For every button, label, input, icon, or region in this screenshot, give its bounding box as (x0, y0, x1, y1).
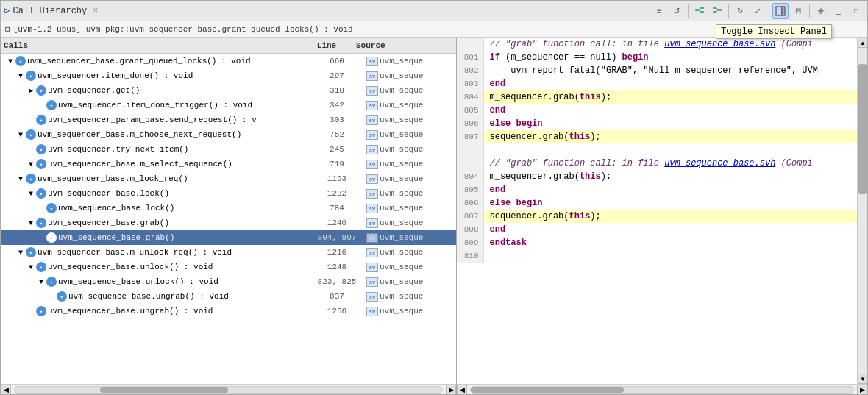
source-ref: sv uvm_seque (366, 71, 455, 81)
layout-button[interactable]: ⊟ (790, 3, 806, 19)
callers-button[interactable] (691, 3, 708, 19)
vscroll-bar[interactable]: ▲ ▼ (857, 38, 867, 384)
maximize-button[interactable]: □ (848, 3, 864, 19)
tooltip-popup: Toggle Inspect Panel (716, 24, 832, 39)
menu-button[interactable]: ≡ (651, 3, 667, 19)
line-num-cell: 801 (457, 51, 483, 64)
tree-row[interactable]: ✦ uvm_sequencer_param_base.send_request(… (1, 113, 456, 127)
expand-button[interactable]: ⤢ (750, 3, 766, 19)
tree-row[interactable]: ▼ ✦ uvm_sequencer_base.lock() 1232 sv uv… (1, 186, 456, 201)
tree-row[interactable]: ▼ ✦ uvm_sequencer_base.grant_queued_lock… (1, 54, 456, 68)
node-label: uvm_sequencer_base.grab() (48, 218, 307, 227)
line-number: 660 (307, 57, 366, 65)
line-num-cell: 803 (457, 77, 483, 90)
code-view[interactable]: // "grab" function call: in file uvm_seq… (457, 38, 857, 384)
source-file-icon: sv (366, 263, 378, 272)
collapse-toggle[interactable]: ▼ (26, 263, 36, 271)
tree-container[interactable]: ▼ ✦ uvm_sequencer_base.grant_queued_lock… (1, 54, 456, 384)
tree-row[interactable]: ▼ ✦ uvm_sequencer_base.m_unlock_req() : … (1, 245, 456, 260)
window-title-text: Call Hierarchy (13, 6, 87, 16)
refresh-button[interactable]: ↻ (732, 3, 748, 19)
inspect-panel-button[interactable] (772, 3, 789, 19)
collapse-toggle[interactable]: ▶ (26, 86, 36, 95)
tree-row[interactable]: ✦ uvm_sequence_base.lock() 784 sv uvm_se… (1, 201, 456, 216)
line-number: 719 (307, 160, 366, 168)
code-row: 808 end (457, 223, 857, 236)
scroll-down-button[interactable]: ▼ (858, 374, 867, 384)
back-button[interactable]: ↺ (669, 3, 685, 19)
tree-row[interactable]: ▼ ✦ uvm_sequencer.item_done() : void 297… (1, 68, 456, 83)
file-link-2[interactable]: uvm_sequence_base.svh (664, 158, 775, 168)
collapse-toggle[interactable]: ▼ (5, 57, 15, 65)
node-icon-selected: ✦ (46, 232, 57, 243)
line-number: 823, 825 (307, 277, 366, 286)
code-content-cell: end (483, 77, 857, 90)
scroll-right-button[interactable]: ▶ (446, 385, 456, 395)
vscroll-track[interactable] (858, 48, 867, 374)
scroll-left-button[interactable]: ◀ (1, 385, 11, 395)
code-hscroll-thumb[interactable] (471, 387, 624, 393)
node-label: uvm_sequencer.item_done_trigger() : void (58, 101, 307, 110)
minimize-button[interactable]: _ (830, 3, 847, 19)
code-content-cell: // "grab" function call: in file uvm_seq… (483, 38, 857, 51)
hscroll-track[interactable] (14, 386, 443, 394)
code-content-cell (483, 249, 857, 263)
source-file-icon: sv (366, 145, 378, 154)
collapse-toggle[interactable]: ▼ (26, 160, 36, 168)
line-num-cell: 809 (457, 236, 483, 249)
line-number: 1216 (307, 248, 366, 257)
code-scroll-right-button[interactable]: ▶ (857, 385, 867, 395)
tree-row[interactable]: ▼ ✦ uvm_sequencer_base.grab() 1240 sv uv… (1, 216, 456, 230)
source-ref: sv uvm_seque (366, 218, 455, 228)
pin-icon (817, 7, 825, 15)
tree-row[interactable]: ✦ uvm_sequencer_base.ungrab() : void 125… (1, 304, 456, 319)
no-toggle (26, 307, 36, 316)
source-ref: sv uvm_seque (366, 115, 455, 125)
tree-row-selected[interactable]: ✦ uvm_sequence_base.grab() 804, 807 sv u… (1, 230, 456, 245)
collapse-toggle[interactable]: ▼ (26, 190, 36, 198)
keyword-text: if (490, 52, 500, 63)
line-num-cell (457, 143, 483, 157)
callees-button[interactable] (709, 3, 725, 19)
collapse-toggle[interactable]: ▼ (15, 72, 26, 80)
line-num-cell: 804 (457, 170, 483, 183)
tree-row[interactable]: ▼ ✦ uvm_sequence_base.unlock() : void 82… (1, 274, 456, 289)
code-row: 809 endtask (457, 236, 857, 249)
pin-button[interactable] (813, 3, 829, 19)
horizontal-scrollbar[interactable]: ◀ ▶ (1, 384, 456, 394)
code-hscroll-track[interactable] (470, 386, 854, 394)
source-ref: sv uvm_seque (366, 263, 455, 272)
code-horizontal-scrollbar[interactable]: ◀ ▶ (457, 384, 867, 394)
source-file-icon: sv (366, 189, 378, 199)
tree-row[interactable]: ✦ uvm_sequencer.try_next_item() 245 sv u… (1, 142, 456, 157)
tree-row[interactable]: ✦ uvm_sequence_base.ungrab() : void 837 … (1, 289, 456, 304)
tree-row[interactable]: ▼ ✦ uvm_sequencer_base.m_select_sequence… (1, 157, 456, 171)
tree-row[interactable]: ✦ uvm_sequencer.item_done_trigger() : vo… (1, 98, 456, 113)
source-file-icon: sv (366, 174, 378, 184)
source-file-icon: sv (366, 71, 378, 81)
line-number: 837 (307, 292, 366, 301)
tree-row[interactable]: ▼ ✦ uvm_sequencer_base.m_choose_next_req… (1, 127, 456, 142)
vscroll-thumb[interactable] (858, 64, 867, 194)
tree-row[interactable]: ▼ ✦ uvm_sequencer_base.m_lock_req() 1193… (1, 171, 456, 186)
toolbar: ⊳ Call Hierarchy × ≡ ↺ (1, 1, 867, 21)
collapse-toggle[interactable]: ▼ (15, 249, 26, 257)
collapse-toggle[interactable]: ▼ (15, 175, 26, 183)
tree-row[interactable]: ▶ ✦ uvm_sequencer.get() 318 sv uvm_seque (1, 83, 456, 98)
collapse-toggle[interactable]: ▼ (26, 219, 36, 227)
keyword-text: this (580, 92, 601, 102)
code-scroll-left-button[interactable]: ◀ (457, 385, 467, 395)
file-link[interactable]: uvm_sequence_base.svh (664, 39, 775, 49)
svg-rect-1 (700, 7, 704, 9)
collapse-toggle[interactable]: ▼ (36, 278, 46, 286)
hscroll-thumb[interactable] (100, 387, 228, 393)
source-ref: sv uvm_seque (366, 101, 455, 110)
tree-row[interactable]: ▼ ✦ uvm_sequencer_base.unlock() : void 1… (1, 260, 456, 274)
line-number: 752 (307, 130, 366, 139)
source-file-icon: sv (366, 101, 378, 110)
close-icon[interactable]: × (93, 6, 98, 16)
source-ref: sv uvm_seque (366, 145, 455, 154)
scroll-up-button[interactable]: ▲ (858, 38, 867, 48)
node-icon: ✦ (57, 291, 67, 302)
collapse-toggle[interactable]: ▼ (15, 131, 26, 139)
